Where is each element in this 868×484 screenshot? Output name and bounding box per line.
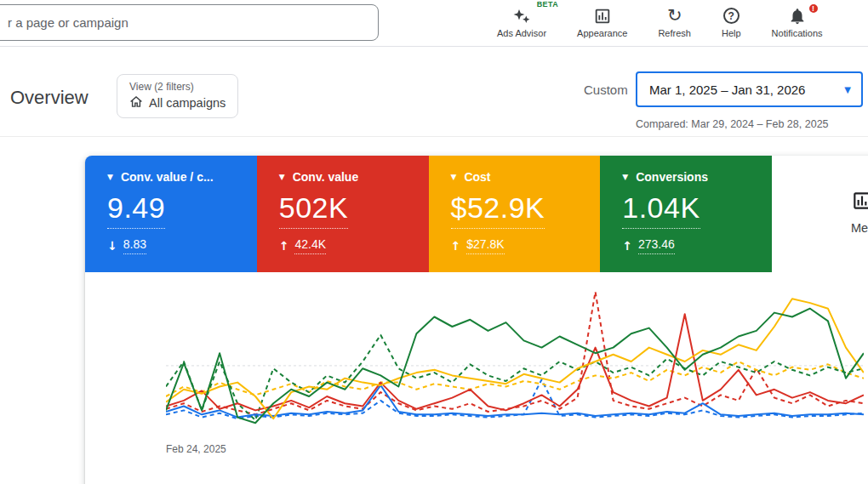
help-button[interactable]: ? Help <box>717 3 746 38</box>
help-icon: ? <box>723 8 740 24</box>
page-title: Overview <box>10 87 89 109</box>
search-input[interactable] <box>0 4 379 41</box>
top-app-bar: BETA Ads Advisor Appearance ↻ Refresh <box>0 0 868 47</box>
sparkle-icon <box>511 5 532 26</box>
scorecard-delta: 8.83 <box>123 237 146 254</box>
overview-card: ▼ Conv. value / c... 9.49 ↓ 8.83 ▼ Conv.… <box>85 156 868 484</box>
caret-down-icon[interactable]: ▼ <box>107 173 113 181</box>
refresh-button[interactable]: ↻ Refresh <box>653 3 696 38</box>
home-icon <box>129 95 143 111</box>
performance-chart <box>166 290 864 436</box>
scorecard-value: 1.04K <box>622 191 700 229</box>
scorecard-value: 502K <box>279 191 348 229</box>
chart-canvas <box>166 290 864 436</box>
date-range-picker[interactable]: Mar 1, 2025 – Jan 31, 2026 ▼ <box>636 71 863 107</box>
scorecard-delta: $27.8K <box>466 237 504 254</box>
appearance-icon <box>593 5 612 26</box>
notification-count-badge: ! <box>808 3 819 14</box>
trend-up-icon: ↑ <box>622 239 632 253</box>
view-scope-text: All campaigns <box>149 96 226 110</box>
divider <box>0 136 868 137</box>
scorecard-label: Conv. value / c... <box>121 170 214 184</box>
scorecard-conversions[interactable]: ▼ Conversions 1.04K ↑ 273.46 <box>600 156 772 272</box>
notifications-button[interactable]: ! Notifications <box>767 3 828 38</box>
scorecard-row: ▼ Conv. value / c... 9.49 ↓ 8.83 ▼ Conv.… <box>85 156 868 272</box>
beta-badge: BETA <box>537 0 558 9</box>
scorecard-conv-value-per-cost[interactable]: ▼ Conv. value / c... 9.49 ↓ 8.83 <box>85 156 257 272</box>
trend-up-icon: ↑ <box>451 239 461 253</box>
date-mode-label: Custom <box>584 83 628 97</box>
metrics-chart-icon <box>851 190 868 215</box>
chart-x-axis-tick: Feb 24, 2025 <box>166 443 226 455</box>
view-filter-chip[interactable]: View (2 filters) All campaigns <box>117 74 238 118</box>
appearance-button[interactable]: Appearance <box>572 3 632 38</box>
trend-up-icon: ↑ <box>279 239 289 253</box>
scorecard-delta: 42.4K <box>294 237 326 254</box>
scorecard-conv-value[interactable]: ▼ Conv. value 502K ↑ 42.4K <box>257 156 429 272</box>
scorecard-label: Cost <box>464 170 490 184</box>
caret-down-icon[interactable]: ▼ <box>622 173 628 181</box>
view-filters-text: View (2 filters) <box>129 81 226 93</box>
refresh-label: Refresh <box>658 28 691 38</box>
scorecard-value: $52.9K <box>451 191 545 229</box>
refresh-icon: ↻ <box>667 5 682 26</box>
scorecard-value: 9.49 <box>107 191 165 229</box>
scorecard-delta: 273.46 <box>638 237 675 254</box>
date-range-text: Mar 1, 2025 – Jan 31, 2026 <box>649 83 837 97</box>
metrics-picker-label: Me <box>851 221 868 235</box>
scorecard-label: Conversions <box>636 170 708 184</box>
ads-advisor-label: Ads Advisor <box>497 28 546 38</box>
topbar-actions: BETA Ads Advisor Appearance ↻ Refresh <box>492 3 828 38</box>
help-label: Help <box>722 28 741 38</box>
chevron-down-icon[interactable]: ▼ <box>844 85 851 94</box>
scorecard-label: Conv. value <box>293 170 359 184</box>
metrics-picker-button[interactable]: Me <box>851 190 868 235</box>
scorecard-cost[interactable]: ▼ Cost $52.9K ↑ $27.8K <box>429 156 601 272</box>
caret-down-icon[interactable]: ▼ <box>451 173 457 181</box>
appearance-label: Appearance <box>577 28 627 38</box>
bell-icon <box>788 5 807 26</box>
compared-period-text: Compared: Mar 29, 2024 – Feb 28, 2025 <box>636 118 863 130</box>
trend-down-icon: ↓ <box>107 239 117 253</box>
notifications-label: Notifications <box>772 28 823 38</box>
ads-advisor-button[interactable]: BETA Ads Advisor <box>492 3 551 38</box>
caret-down-icon[interactable]: ▼ <box>279 173 285 181</box>
